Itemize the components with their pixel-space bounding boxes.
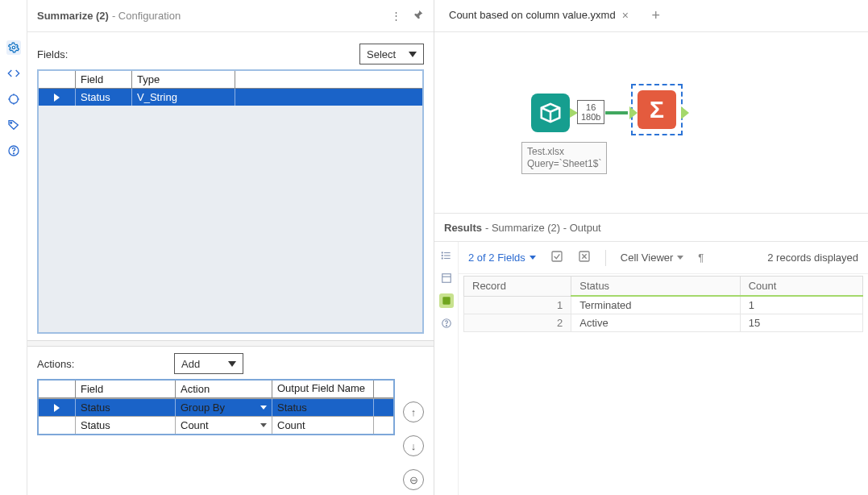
tab-label: Count based on column value.yxmd — [449, 9, 616, 21]
add-dropdown[interactable]: Add — [174, 353, 243, 374]
svg-point-8 — [442, 252, 442, 253]
fields-row[interactable]: Status V_String — [39, 89, 422, 106]
add-tab-button[interactable]: + — [642, 2, 671, 31]
svg-point-10 — [442, 258, 442, 259]
fields-selector[interactable]: 2 of 2 Fields — [468, 252, 536, 264]
results-table[interactable]: Record Status Count 1 Terminated 1 2 — [463, 276, 863, 332]
fields-row-type: V_String — [132, 89, 235, 106]
configuration-panel: Summarize (2) - Configuration ⋮ Fields: … — [27, 0, 434, 495]
records-count-label: 2 records displayed — [767, 252, 858, 264]
col-header-status[interactable]: Status — [571, 277, 740, 297]
chevron-down-icon — [260, 423, 267, 427]
config-subtitle: - Configuration — [112, 10, 181, 22]
chevron-down-icon — [260, 406, 267, 410]
fields-header-field[interactable]: Field — [76, 71, 132, 88]
chevron-down-icon — [530, 256, 536, 260]
cell-viewer-dropdown[interactable]: Cell Viewer — [621, 252, 684, 264]
row-indicator-icon — [54, 94, 60, 102]
move-down-button[interactable]: ↓ — [403, 435, 424, 456]
results-toolbar: 2 of 2 Fields Cell Viewer ¶ 2 records di… — [459, 242, 868, 274]
svg-point-9 — [442, 255, 442, 256]
tag-icon[interactable] — [6, 118, 21, 132]
actions-row[interactable]: Status Count Count — [39, 416, 393, 434]
results-header: Results - Summarize (2) - Output — [434, 213, 868, 242]
output-anchor-icon[interactable] — [681, 106, 689, 119]
config-title: Summarize (2) — [37, 10, 109, 22]
svg-point-1 — [9, 95, 18, 104]
move-up-button[interactable]: ↑ — [403, 401, 424, 422]
actions-header-blank — [39, 381, 76, 397]
workflow-tab[interactable]: Count based on column value.yxmd × — [441, 2, 637, 30]
actions-row-output[interactable]: Status — [272, 399, 374, 416]
checkbox-icon[interactable] — [550, 250, 563, 265]
svg-point-2 — [10, 122, 11, 123]
actions-row-field: Status — [76, 399, 176, 416]
actions-row[interactable]: Status Group By Status — [39, 398, 393, 416]
gear-icon[interactable] — [6, 40, 21, 55]
select-dropdown-label: Select — [367, 48, 396, 60]
input-data-node[interactable] — [531, 94, 570, 132]
col-header-record[interactable]: Record — [464, 277, 571, 297]
fields-header-type[interactable]: Type — [132, 71, 235, 88]
remove-button[interactable]: ⊖ — [403, 469, 424, 490]
kebab-menu-icon[interactable]: ⋮ — [391, 10, 401, 22]
actions-label: Actions: — [37, 358, 174, 370]
fields-header-blank — [39, 71, 76, 88]
summarize-node[interactable]: Σ — [631, 84, 683, 135]
target-icon[interactable] — [6, 92, 21, 106]
table-row[interactable]: 2 Active 15 — [464, 314, 863, 332]
add-dropdown-label: Add — [181, 358, 200, 370]
actions-row-action[interactable]: Count — [176, 417, 272, 434]
results-title: Results — [444, 222, 482, 234]
config-header: Summarize (2) - Configuration ⋮ — [27, 0, 434, 32]
svg-point-15 — [446, 325, 446, 326]
tab-bar: Count based on column value.yxmd × + — [434, 0, 868, 32]
right-panel: Count based on column value.yxmd × + Tes… — [434, 0, 868, 495]
select-dropdown[interactable]: Select — [359, 44, 424, 64]
row-indicator-icon — [54, 404, 60, 412]
results-subtitle: - Summarize (2) - Output — [485, 222, 601, 234]
actions-row-output[interactable]: Count — [272, 417, 374, 434]
chevron-down-icon — [409, 52, 417, 57]
close-icon[interactable]: × — [622, 9, 629, 22]
help-icon[interactable] — [439, 316, 454, 331]
help-icon[interactable] — [6, 144, 21, 158]
fields-grid[interactable]: Field Type Status V_String — [37, 69, 424, 334]
chevron-down-icon — [677, 256, 683, 260]
actions-row-field: Status — [76, 417, 176, 434]
workflow-canvas[interactable]: Test.xlsx Query=`Sheet1$` 16 180b Σ — [434, 32, 868, 213]
results-icon-strip — [434, 242, 459, 495]
actions-header-output[interactable]: Output Field Name — [272, 381, 374, 397]
fields-label: Fields: — [37, 48, 68, 60]
svg-point-0 — [12, 46, 15, 49]
fields-row-field: Status — [76, 89, 132, 106]
list-icon[interactable] — [439, 248, 454, 263]
svg-rect-16 — [552, 252, 562, 261]
chevron-down-icon — [228, 361, 236, 367]
pin-icon[interactable] — [413, 9, 424, 23]
sigma-icon: Σ — [638, 90, 676, 129]
svg-rect-11 — [442, 274, 451, 283]
actions-header-action[interactable]: Action — [176, 381, 272, 397]
data-icon[interactable] — [439, 293, 454, 308]
cancel-icon[interactable] — [578, 250, 591, 265]
table-row[interactable]: 1 Terminated 1 — [464, 296, 863, 314]
connection-badge[interactable]: 16 180b — [577, 100, 604, 124]
actions-row-action[interactable]: Group By — [176, 399, 272, 416]
pilcrow-icon[interactable]: ¶ — [698, 252, 704, 264]
actions-header-field[interactable]: Field — [76, 381, 176, 397]
col-header-count[interactable]: Count — [740, 277, 862, 297]
left-icon-strip — [0, 0, 27, 495]
connection-wire[interactable] — [605, 111, 628, 114]
code-icon[interactable] — [6, 66, 21, 81]
input-anchor-icon[interactable] — [629, 106, 638, 119]
svg-rect-13 — [442, 297, 450, 304]
input-node-label: Test.xlsx Query=`Sheet1$` — [521, 142, 607, 174]
panel-separator[interactable] — [27, 340, 434, 347]
layout-icon[interactable] — [439, 271, 454, 285]
svg-point-4 — [13, 153, 14, 154]
actions-grid[interactable]: Field Action Output Field Name Status Gr… — [37, 379, 395, 435]
